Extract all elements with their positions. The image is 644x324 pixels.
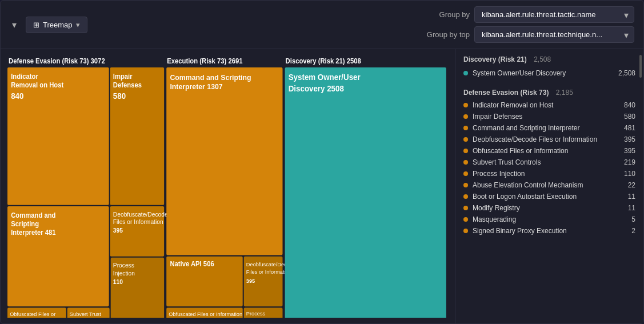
item-name-2: Command and Scripting Interpreter	[473, 124, 619, 132]
rp-item-3[interactable]: Deobfuscate/Decode Files or Information …	[455, 134, 643, 145]
discovery-header: Discovery (Risk 21) 2508	[286, 57, 362, 65]
dot-7	[463, 183, 468, 187]
svg-text:Process: Process	[246, 310, 266, 316]
dot-9	[463, 206, 468, 210]
item-count-3: 395	[624, 135, 635, 143]
treemap-area: Defense Evasion (Risk 73) 3072 Indicator…	[1, 49, 455, 323]
dot-1	[463, 114, 468, 119]
treemap-chevron-icon: ▾	[76, 21, 80, 29]
item-name-9: Modify Registry	[473, 204, 623, 212]
treemap-label: Treemap	[43, 21, 73, 29]
svg-text:110: 110	[113, 278, 123, 285]
svg-text:Removal on Host: Removal on Host	[11, 81, 63, 89]
item-count-10: 5	[631, 215, 635, 223]
defense-evasion-section-header: Defense Evasion (Risk 73) 2,185	[455, 82, 643, 99]
main-content: Defense Evasion (Risk 73) 3072 Indicator…	[1, 49, 643, 323]
rp-item-10[interactable]: Masquerading 5	[455, 214, 643, 225]
group-by-top-label: Group by top	[424, 30, 470, 39]
item-count-6: 110	[624, 170, 635, 178]
treemap-button[interactable]: ⊞ Treemap ▾	[26, 17, 87, 33]
item-count-1: 580	[624, 113, 635, 121]
svg-text:Defenses: Defenses	[113, 81, 142, 89]
item-name-8: Boot or Logon Autostart Execution	[473, 193, 623, 201]
treemap-svg: Defense Evasion (Risk 73) 3072 Indicator…	[6, 55, 449, 318]
svg-text:840: 840	[11, 91, 24, 100]
toolbar: ▾ ⊞ Treemap ▾ Group by kibana.alert.rule…	[1, 1, 643, 49]
treemap-icon: ⊞	[33, 21, 39, 29]
defense-evasion-header: Defense Evasion (Risk 73) 3072	[9, 57, 105, 65]
svg-text:Files or Information: Files or Information	[113, 218, 163, 225]
svg-text:Files or Information: Files or Information	[246, 269, 291, 275]
svg-text:Controls 219: Controls 219	[70, 317, 99, 318]
discovery-section-header: Discovery (Risk 21) 2,508	[455, 49, 643, 66]
group-by-top-select[interactable]: kibana.alert.rule.threat.technique.n...	[474, 26, 634, 43]
svg-text:Injection 86: Injection 86	[246, 317, 273, 318]
dot-5	[463, 160, 468, 165]
item-count-9: 11	[628, 204, 635, 212]
dot-11	[463, 229, 468, 233]
item-count-5: 219	[624, 158, 635, 166]
exec-cmd-scripting-cell[interactable]	[166, 67, 282, 255]
rp-items-list: Indicator Removal on Host 840 Impair Def…	[455, 99, 643, 237]
execution-header: Execution (Risk 73) 2691	[167, 57, 243, 65]
rp-item-6[interactable]: Process Injection 110	[455, 168, 643, 179]
rp-item-7[interactable]: Abuse Elevation Control Mechanism 22	[455, 179, 643, 191]
svg-text:Command and: Command and	[11, 211, 55, 218]
svg-text:Interpreter 481: Interpreter 481	[11, 229, 56, 236]
item-count-11: 2	[631, 227, 635, 235]
rp-item-2[interactable]: Command and Scripting Interpreter 481	[455, 122, 643, 134]
group-by-top-select-wrapper: kibana.alert.rule.threat.technique.n...	[474, 26, 634, 43]
discovery-section-count: 2,508	[534, 55, 551, 63]
dot-3	[463, 137, 468, 142]
system-owner-cell[interactable]	[285, 67, 446, 318]
rp-item-0[interactable]: Indicator Removal on Host 840	[455, 99, 643, 111]
scrollbar[interactable]	[639, 55, 642, 78]
svg-text:Scripting: Scripting	[11, 220, 39, 227]
item-count-8: 11	[628, 193, 635, 201]
group-controls: Group by kibana.alert.rule.threat.tactic…	[424, 6, 634, 43]
rp-item-11[interactable]: Signed Binary Proxy Execution 2	[455, 225, 643, 237]
defense-evasion-section-count: 2,185	[556, 89, 573, 97]
group-by-top-row: Group by top kibana.alert.rule.threat.te…	[424, 26, 634, 43]
group-by-select[interactable]: kibana.alert.rule.threat.tactic.name	[474, 6, 634, 23]
item-count-7: 22	[628, 181, 635, 189]
rp-item-4[interactable]: Obfuscated Files or Information 395	[455, 145, 643, 157]
dot-2	[463, 126, 468, 130]
group-by-label: Group by	[424, 10, 470, 19]
rp-item-1[interactable]: Impair Defenses 580	[455, 111, 643, 122]
svg-text:Native API 506: Native API 506	[170, 260, 214, 267]
svg-text:395: 395	[113, 227, 123, 234]
item-name-1: Impair Defenses	[473, 113, 619, 121]
svg-text:System Owner/User: System Owner/User	[289, 73, 361, 81]
svg-text:Subvert Trust: Subvert Trust	[70, 310, 101, 317]
item-name-4: Obfuscated Files or Information	[473, 147, 619, 155]
system-owner-count: 2,508	[618, 69, 635, 77]
svg-text:Interpreter 1307: Interpreter 1307	[170, 82, 222, 91]
rp-item-system-owner[interactable]: System Owner/User Discovery 2,508	[455, 66, 643, 80]
system-owner-name: System Owner/User Discovery	[473, 69, 614, 77]
dot-10	[463, 217, 468, 222]
indicator-removal-label: Indicator	[11, 72, 38, 79]
dot-0	[463, 103, 468, 107]
group-by-select-wrapper: kibana.alert.rule.threat.tactic.name	[474, 6, 634, 23]
svg-text:Process: Process	[113, 262, 134, 269]
item-name-11: Signed Binary Proxy Execution	[473, 227, 627, 235]
rp-item-5[interactable]: Subvert Trust Controls 219	[455, 157, 643, 168]
svg-text:Injection: Injection	[113, 269, 135, 276]
main-container: ▾ ⊞ Treemap ▾ Group by kibana.alert.rule…	[0, 0, 644, 324]
rp-item-8[interactable]: Boot or Logon Autostart Execution 11	[455, 191, 643, 202]
svg-text:Discovery 2508: Discovery 2508	[289, 84, 344, 93]
collapse-button[interactable]: ▾	[10, 17, 19, 33]
group-by-row: Group by kibana.alert.rule.threat.tactic…	[424, 6, 634, 23]
svg-text:Command and Scripting: Command and Scripting	[170, 73, 251, 81]
svg-text:395: 395	[246, 277, 255, 283]
rp-item-9[interactable]: Modify Registry 11	[455, 202, 643, 214]
dot-8	[463, 194, 468, 199]
svg-text:Obfuscated Files or: Obfuscated Files or	[10, 310, 56, 317]
item-name-5: Subvert Trust Controls	[473, 158, 619, 166]
right-panel: Discovery (Risk 21) 2,508 System Owner/U…	[455, 49, 643, 323]
svg-text:Information 395: Information 395	[10, 317, 47, 318]
item-name-0: Indicator Removal on Host	[473, 101, 619, 109]
defense-evasion-section-title: Defense Evasion (Risk 73)	[463, 89, 549, 97]
item-name-7: Abuse Elevation Control Mechanism	[473, 181, 623, 189]
